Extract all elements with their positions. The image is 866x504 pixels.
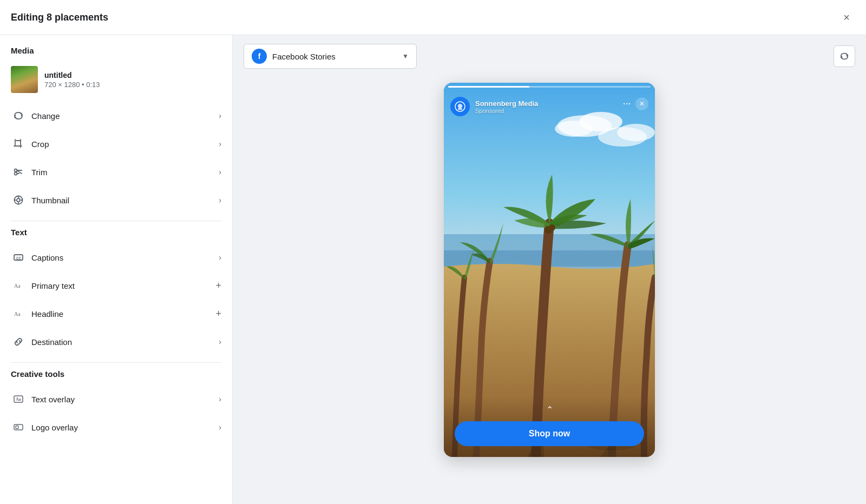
headline-plus-icon: + xyxy=(215,308,221,320)
shop-now-button[interactable]: Shop now xyxy=(455,421,644,446)
phone-frame: Sonnenberg Media Sponsored ··· ✕ ⌃ xyxy=(444,83,655,457)
main-content: Media untitled 720 × 1280 • 0:13 Change xyxy=(0,35,866,504)
primary-text-label: Primary text xyxy=(31,281,215,290)
cc-icon: CC xyxy=(11,250,26,265)
logo-overlay-menu-item[interactable]: Logo overlay › xyxy=(0,413,232,441)
media-name: untitled xyxy=(44,71,100,79)
story-more-icon: ··· xyxy=(623,100,631,108)
destination-menu-item[interactable]: Destination › xyxy=(0,328,232,356)
destination-label: Destination xyxy=(31,337,219,347)
close-button[interactable]: × xyxy=(838,9,855,26)
story-content: Sonnenberg Media Sponsored ··· ✕ ⌃ xyxy=(444,83,655,457)
trim-menu-item[interactable]: Trim › xyxy=(0,158,232,186)
svg-text:Aa: Aa xyxy=(14,311,21,317)
story-close-icon: ✕ xyxy=(635,97,648,110)
story-sponsored: Sponsored xyxy=(475,108,618,114)
crop-chevron-icon: › xyxy=(219,140,221,148)
primary-text-plus-icon: + xyxy=(215,280,221,291)
phone-preview: Sonnenberg Media Sponsored ··· ✕ ⌃ xyxy=(444,77,655,504)
left-panel: Media untitled 720 × 1280 • 0:13 Change xyxy=(0,35,233,504)
story-meta: Sonnenberg Media Sponsored xyxy=(475,100,618,114)
text-overlay-chevron-icon: › xyxy=(219,395,221,403)
preview-toolbar: f Facebook Stories ▼ xyxy=(233,35,866,77)
story-bottom: ⌃ Shop now xyxy=(444,396,655,457)
thumbnail-label: Thumbnail xyxy=(31,196,219,205)
svg-point-26 xyxy=(617,124,655,141)
crop-menu-item[interactable]: Crop › xyxy=(0,130,232,158)
logo-overlay-icon xyxy=(11,420,26,435)
refresh-button[interactable] xyxy=(834,45,855,67)
trim-icon xyxy=(11,164,26,180)
svg-text:Aa: Aa xyxy=(14,283,21,289)
destination-chevron-icon: › xyxy=(219,337,221,346)
swipe-chevron-icon: ⌃ xyxy=(546,404,553,415)
media-item: untitled 720 × 1280 • 0:13 xyxy=(0,62,232,102)
logo-overlay-label: Logo overlay xyxy=(31,423,219,432)
page-title: Editing 8 placements xyxy=(11,12,108,23)
facebook-icon: f xyxy=(252,49,267,64)
thumbnail-chevron-icon: › xyxy=(219,196,221,204)
captions-label: Captions xyxy=(31,253,219,262)
text-section-title: Text xyxy=(0,228,232,243)
story-page-name: Sonnenberg Media xyxy=(475,100,618,108)
story-page-avatar xyxy=(450,97,470,116)
svg-text:Aa: Aa xyxy=(16,397,21,402)
media-info: untitled 720 × 1280 • 0:13 xyxy=(44,71,100,89)
text-overlay-label: Text overlay xyxy=(31,395,219,404)
swipe-up: ⌃ xyxy=(455,404,644,416)
headline-label: Headline xyxy=(31,309,215,319)
top-bar: Editing 8 placements × xyxy=(0,0,866,35)
story-header: Sonnenberg Media Sponsored ··· ✕ xyxy=(444,83,655,121)
placement-selector[interactable]: f Facebook Stories ▼ xyxy=(244,44,417,69)
creative-section-title: Creative tools xyxy=(0,369,232,385)
trim-label: Trim xyxy=(31,168,219,177)
thumbnail-icon xyxy=(11,193,26,208)
link-icon xyxy=(11,334,26,349)
svg-rect-20 xyxy=(16,426,18,429)
change-icon xyxy=(11,108,26,123)
svg-point-8 xyxy=(17,198,20,202)
change-menu-item[interactable]: Change › xyxy=(0,102,232,130)
media-thumbnail xyxy=(11,66,38,93)
svg-text:CC: CC xyxy=(16,256,22,260)
divider-1 xyxy=(11,221,221,221)
crop-label: Crop xyxy=(31,140,219,149)
text-overlay-menu-item[interactable]: Aa Text overlay › xyxy=(0,385,232,413)
crop-icon xyxy=(11,136,26,151)
media-meta: 720 × 1280 • 0:13 xyxy=(44,81,100,89)
change-chevron-icon: › xyxy=(219,111,221,120)
change-label: Change xyxy=(31,111,219,121)
story-progress-fill xyxy=(448,86,529,88)
captions-chevron-icon: › xyxy=(219,253,221,262)
thumbnail-menu-item[interactable]: Thumbnail › xyxy=(0,186,232,214)
trim-chevron-icon: › xyxy=(219,168,221,176)
right-panel: f Facebook Stories ▼ xyxy=(233,35,866,504)
media-section-title: Media xyxy=(0,46,232,62)
svg-point-24 xyxy=(555,121,593,137)
headline-menu-item[interactable]: Aa Headline + xyxy=(0,300,232,328)
text-overlay-icon: Aa xyxy=(11,392,26,407)
placement-label: Facebook Stories xyxy=(272,52,397,61)
logo-overlay-chevron-icon: › xyxy=(219,423,221,432)
story-actions: ··· ✕ xyxy=(623,97,648,110)
placement-dropdown-icon: ▼ xyxy=(402,52,409,60)
divider-2 xyxy=(11,362,221,363)
captions-menu-item[interactable]: CC Captions › xyxy=(0,243,232,271)
svg-point-30 xyxy=(549,224,555,231)
story-progress-bar xyxy=(448,86,651,88)
primary-text-menu-item[interactable]: Aa Primary text + xyxy=(0,271,232,300)
primary-text-icon: Aa xyxy=(11,278,26,293)
headline-icon: Aa xyxy=(11,306,26,321)
